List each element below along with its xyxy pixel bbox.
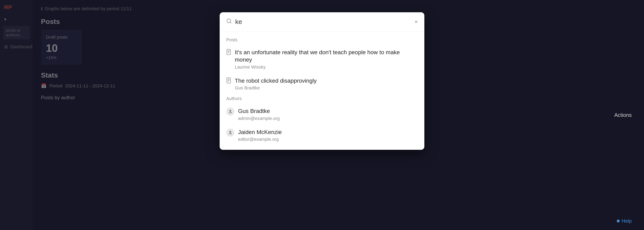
post-2-title: The robot clicked disapprovingly: [235, 77, 418, 84]
author-1-content: Gus Bradtke admin@example.org: [238, 108, 418, 121]
svg-point-12: [229, 112, 230, 113]
search-modal: × Posts It's an unfortunate reality that…: [220, 12, 424, 150]
author-1-name: Gus Bradtke: [238, 108, 418, 115]
svg-point-14: [229, 133, 230, 134]
author-2-avatar: [226, 128, 234, 137]
search-icon: [226, 18, 232, 25]
svg-point-11: [230, 110, 231, 112]
svg-point-1: [227, 19, 231, 23]
svg-rect-3: [227, 49, 230, 55]
author-2-content: Jaiden McKenzie editor@example.org: [238, 128, 418, 142]
search-result-author-2[interactable]: Jaiden McKenzie editor@example.org: [220, 125, 424, 146]
post-2-author: Gus Bradtke: [235, 85, 418, 91]
authors-section-label: Authors: [220, 94, 424, 104]
post-icon-2: [226, 78, 231, 84]
post-1-title: It's an unfortunate reality that we don'…: [235, 49, 418, 64]
search-result-author-1[interactable]: Gus Bradtke admin@example.org: [220, 104, 424, 124]
search-result-post-2[interactable]: The robot clicked disapprovingly Gus Bra…: [220, 74, 424, 94]
search-result-post-1[interactable]: It's an unfortunate reality that we don'…: [220, 45, 424, 74]
post-1-author: Laurine Wisoky: [235, 64, 418, 70]
post-1-content: It's an unfortunate reality that we don'…: [235, 49, 418, 70]
search-body: Posts It's an unfortunate reality that w…: [220, 32, 424, 150]
author-1-email: admin@example.org: [238, 116, 418, 121]
search-modal-overlay: × Posts It's an unfortunate reality that…: [0, 0, 644, 230]
author-2-email: editor@example.org: [238, 137, 418, 142]
svg-point-13: [230, 131, 231, 132]
search-clear-button[interactable]: ×: [414, 18, 418, 25]
svg-line-2: [230, 22, 231, 23]
post-icon-1: [226, 49, 231, 56]
author-2-name: Jaiden McKenzie: [238, 128, 418, 136]
search-input[interactable]: [235, 18, 411, 26]
author-1-avatar: [226, 108, 234, 116]
search-header: ×: [220, 12, 424, 32]
svg-rect-7: [227, 78, 230, 83]
post-2-content: The robot clicked disapprovingly Gus Bra…: [235, 77, 418, 91]
posts-section-label: Posts: [220, 36, 424, 45]
